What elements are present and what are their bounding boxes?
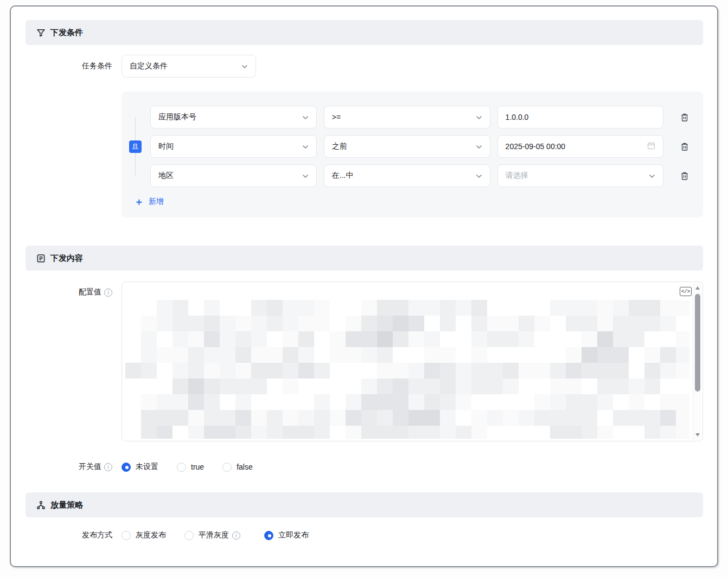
task-condition-select[interactable]: 自定义条件 [122,55,256,78]
radio-option[interactable]: 立即发布 [264,530,309,540]
radio-icon[interactable] [184,531,194,540]
condition-row: 时间 之前 2025-09-05 00:00 [150,135,690,158]
info-icon[interactable]: i [232,531,240,540]
condition-value: 2025-09-05 00:00 [506,142,566,151]
condition-group-panel: 且 应用版本号 >= 1.0.0.0 [122,92,703,217]
config-value-row: 配置值 i </> [25,281,703,441]
condition-row: 应用版本号 >= 1.0.0.0 [150,106,690,129]
calendar-icon [647,142,655,151]
task-condition-row: 任务条件 自定义条件 [25,55,703,78]
radio-label: false [237,463,253,471]
delete-condition-button[interactable] [679,170,690,181]
condition-operator-select[interactable]: 在...中 [324,164,490,187]
editor-scrollbar[interactable] [693,283,701,440]
condition-value: 1.0.0.0 [506,113,529,121]
condition-field-select[interactable]: 时间 [150,135,317,158]
chevron-down-icon [476,113,482,121]
scroll-up-icon[interactable] [695,286,700,290]
release-method-label: 发布方式 [25,530,112,540]
radio-option[interactable]: 灰度发布 [122,530,166,540]
section-header-content: 下发内容 [25,246,703,271]
hierarchy-icon [36,501,46,510]
chevron-down-icon [241,62,248,70]
condition-value-input[interactable]: 1.0.0.0 [497,106,664,129]
radio-icon[interactable] [222,463,232,472]
document-icon [36,254,46,263]
condition-operator-select[interactable]: >= [324,106,490,129]
scroll-down-icon[interactable] [695,433,700,437]
condition-field-value: 时间 [158,142,174,151]
settings-card: 下发条件 任务条件 自定义条件 且 应用版本号 >= [10,5,718,567]
condition-field-select[interactable]: 应用版本号 [150,106,317,129]
condition-field-value: 应用版本号 [158,112,196,122]
switch-value-row: 开关值 i 未设置 true false [25,462,703,472]
info-icon[interactable]: i [104,288,112,297]
radio-label: 平滑灰度 [199,530,229,540]
radio-option[interactable]: false [222,463,253,472]
radio-label: true [191,463,204,471]
condition-value-placeholder: 请选择 [506,171,528,181]
plus-icon: ＋ [134,197,144,207]
condition-field-select[interactable]: 地区 [150,164,317,187]
section-title: 放量策略 [50,500,83,510]
section-title: 下发条件 [50,28,83,38]
add-condition-label: 新增 [149,197,164,207]
condition-row: 地区 在...中 请选择 [150,164,690,187]
radio-icon[interactable] [264,531,273,540]
condition-field-value: 地区 [158,171,174,181]
add-condition-button[interactable]: ＋ 新增 [134,197,164,207]
filter-icon [36,28,46,37]
radio-label: 立即发布 [278,530,309,540]
condition-datetime-input[interactable]: 2025-09-05 00:00 [497,135,664,158]
chevron-down-icon [476,171,482,180]
chevron-down-icon [476,142,482,151]
task-condition-label: 任务条件 [25,61,112,71]
config-value-label: 配置值 i [25,281,112,297]
radio-label: 未设置 [136,462,158,472]
radio-label: 灰度发布 [136,530,166,540]
and-connector-badge[interactable]: 且 [129,140,142,153]
code-view-icon[interactable]: </> [680,287,692,296]
condition-operator-value: 之前 [332,142,347,151]
chevron-down-icon [649,171,655,180]
chevron-down-icon [302,142,309,151]
redacted-config-content [125,284,689,439]
radio-option[interactable]: true [177,463,204,472]
section-header-conditions: 下发条件 [25,20,703,45]
section-header-rollout: 放量策略 [25,492,703,517]
chevron-down-icon [302,171,309,180]
scrollbar-thumb[interactable] [695,294,700,392]
delete-condition-button[interactable] [679,141,690,152]
release-method-row: 发布方式 灰度发布 平滑灰度 i 立即发布 [25,530,703,540]
info-icon[interactable]: i [104,463,112,471]
switch-value-radio-group: 未设置 true false [122,462,271,472]
condition-operator-value: 在...中 [332,171,354,181]
condition-operator-value: >= [332,113,341,121]
section-title: 下发内容 [50,253,83,264]
radio-icon[interactable] [122,531,131,540]
switch-value-label: 开关值 i [25,462,112,472]
release-method-radio-group: 灰度发布 平滑灰度 i 立即发布 [122,530,327,540]
radio-option[interactable]: 未设置 [122,462,158,472]
task-condition-value: 自定义条件 [130,61,168,71]
radio-option[interactable]: 平滑灰度 i [184,530,246,540]
condition-value-select[interactable]: 请选择 [497,164,664,187]
chevron-down-icon [302,113,309,121]
delete-condition-button[interactable] [679,112,690,123]
config-value-editor[interactable]: </> [122,281,703,441]
condition-operator-select[interactable]: 之前 [324,135,490,158]
radio-icon[interactable] [122,463,131,472]
radio-icon[interactable] [177,463,186,472]
